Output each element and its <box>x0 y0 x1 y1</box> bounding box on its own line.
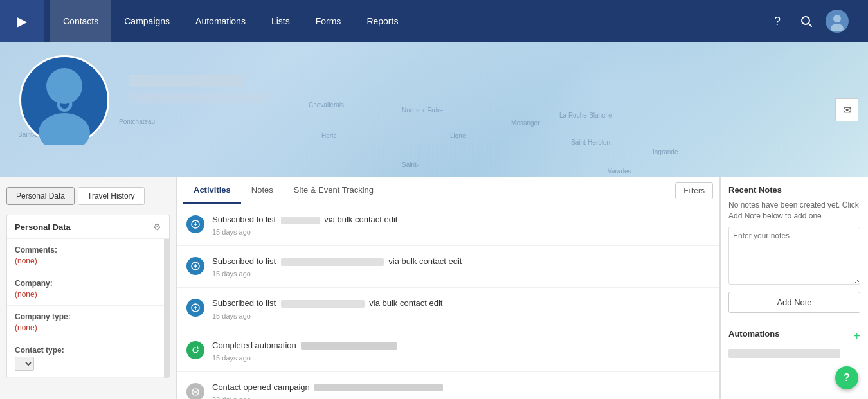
chevron-right-icon: ▶ <box>17 13 27 29</box>
personal-data-section: Personal Data ⚙ Comments: (none) Company… <box>6 215 170 378</box>
field-value: (none) <box>15 323 161 332</box>
svg-line-1 <box>809 24 811 26</box>
activity-icon <box>186 383 204 399</box>
nav-item-contacts[interactable]: Contacts <box>50 0 111 42</box>
map-label: Ligne <box>450 132 466 139</box>
activity-time: 15 days ago <box>212 270 710 278</box>
activity-text: Subscribed to list via bulk contact edit <box>212 297 710 309</box>
scrollbar[interactable] <box>164 239 169 378</box>
add-note-button[interactable]: Add Note <box>728 292 860 313</box>
tab-notes[interactable]: Notes <box>241 177 284 204</box>
automations-header: Automations + <box>728 329 860 344</box>
avatar[interactable] <box>826 10 849 33</box>
field-label: Company type: <box>15 312 161 321</box>
main-content: La Herbignac La Chapelle-des- Pontchatea… <box>0 42 868 399</box>
left-sidebar: Personal Data Travel History Personal Da… <box>0 177 177 399</box>
map-label: Saint-Herblon <box>571 139 610 146</box>
map-label: La Roche-Blanche <box>559 112 612 119</box>
help-icon[interactable]: ? <box>768 12 787 31</box>
map-label: Saint- <box>402 161 419 168</box>
svg-point-4 <box>46 68 82 104</box>
activity-time: 15 days ago <box>212 312 710 320</box>
notes-textarea[interactable] <box>728 227 860 285</box>
activity-body: Contact opened campaign 22 days ago <box>212 382 710 399</box>
activity-text: Completed automation <box>212 340 710 351</box>
activity-body: Subscribed to list via bulk contact edit… <box>212 297 710 319</box>
activity-icon <box>186 341 204 359</box>
add-automation-icon[interactable]: + <box>853 330 860 343</box>
svg-point-0 <box>802 17 809 24</box>
map-label: Mesanger <box>511 120 539 127</box>
nav-toggle-button[interactable]: ▶ <box>0 0 44 42</box>
contact-email-blurred <box>129 93 270 103</box>
nav-items: Contacts Campaigns Automations Lists For… <box>44 0 758 42</box>
body-area: Personal Data Travel History Personal Da… <box>0 177 868 399</box>
nav-item-automations[interactable]: Automations <box>183 0 258 42</box>
field-label: Contact type: <box>15 346 161 355</box>
activity-item: Subscribed to list via bulk contact edit… <box>177 288 719 330</box>
map-label: Nort-sur-Erdre <box>402 107 443 114</box>
map-label: Pontchateau <box>119 118 155 125</box>
recent-notes-section: Recent Notes No notes have been created … <box>721 177 868 321</box>
filters-button[interactable]: Filters <box>675 182 713 199</box>
nav-right: ? <box>758 10 868 33</box>
activity-icon <box>186 299 204 317</box>
nav-item-forms[interactable]: Forms <box>303 0 354 42</box>
field-label: Company: <box>15 279 161 288</box>
gear-icon[interactable]: ⚙ <box>153 222 161 232</box>
activity-list: Subscribed to list via bulk contact edit… <box>177 204 719 399</box>
activity-item: Subscribed to list via bulk contact edit… <box>177 204 719 246</box>
map-label: Heric <box>321 132 336 139</box>
field-input-area <box>15 357 161 371</box>
tab-personal-data[interactable]: Personal Data <box>6 187 75 205</box>
activity-body: Completed automation 15 days ago <box>212 340 710 362</box>
fields-list: Comments: (none) Company: (none) Company… <box>7 239 169 378</box>
email-icon: ✉ <box>843 104 851 116</box>
field-label: Comments: <box>15 245 161 254</box>
svg-point-3 <box>831 24 844 31</box>
map-label: Varades <box>608 168 631 175</box>
content-tabs: Activities Notes Site & Event Tracking <box>183 177 384 204</box>
section-body: Comments: (none) Company: (none) Company… <box>7 239 169 378</box>
section-title: Personal Data <box>15 222 71 232</box>
activity-item: Completed automation 15 days ago <box>177 330 719 372</box>
contact-name-area <box>129 75 270 103</box>
map-label: Ingrande <box>653 148 678 155</box>
help-bubble[interactable]: ? <box>835 366 858 389</box>
activity-time: 22 days ago <box>212 396 710 399</box>
svg-point-5 <box>39 113 90 145</box>
automation-blurred <box>728 349 840 358</box>
contact-avatar-area: ⚬ <box>19 55 109 145</box>
search-icon[interactable] <box>797 12 816 31</box>
contact-avatar: ⚬ <box>19 55 109 145</box>
middle-content: Activities Notes Site & Event Tracking F… <box>177 177 720 399</box>
activity-text: Subscribed to list via bulk contact edit <box>212 214 710 226</box>
activity-text: Subscribed to list via bulk contact edit <box>212 256 710 267</box>
no-notes-text: No notes have been created yet. Click Ad… <box>728 200 860 222</box>
nav-item-lists[interactable]: Lists <box>258 0 303 42</box>
tab-travel-history[interactable]: Travel History <box>78 187 145 205</box>
recent-notes-title: Recent Notes <box>728 185 860 195</box>
nav-item-reports[interactable]: Reports <box>354 0 411 42</box>
contact-name-blurred <box>129 75 244 87</box>
email-button[interactable]: ✉ <box>835 98 858 121</box>
field-row: Contact type: <box>7 339 169 378</box>
tab-site-event-tracking[interactable]: Site & Event Tracking <box>284 177 384 204</box>
tab-activities[interactable]: Activities <box>183 177 241 204</box>
contact-type-dropdown[interactable] <box>15 357 34 371</box>
field-row: Company type: (none) <box>7 306 169 339</box>
field-row: Comments: (none) <box>7 239 169 272</box>
map-label: Chevallerais <box>309 102 344 109</box>
tabs-bar: Activities Notes Site & Event Tracking F… <box>177 177 719 204</box>
hero-map-area: La Herbignac La Chapelle-des- Pontchatea… <box>0 42 868 177</box>
field-value: (none) <box>15 256 161 265</box>
activity-body: Subscribed to list via bulk contact edit… <box>212 214 710 236</box>
activity-item: Contact opened campaign 22 days ago <box>177 372 719 399</box>
nav-item-campaigns[interactable]: Campaigns <box>111 0 183 42</box>
activity-text: Contact opened campaign <box>212 382 710 393</box>
top-nav: ▶ Contacts Campaigns Automations Lists F… <box>0 0 868 42</box>
section-header: Personal Data ⚙ <box>7 215 169 239</box>
activity-icon <box>186 257 204 275</box>
activity-icon <box>186 215 204 233</box>
automations-title: Automations <box>728 329 779 339</box>
